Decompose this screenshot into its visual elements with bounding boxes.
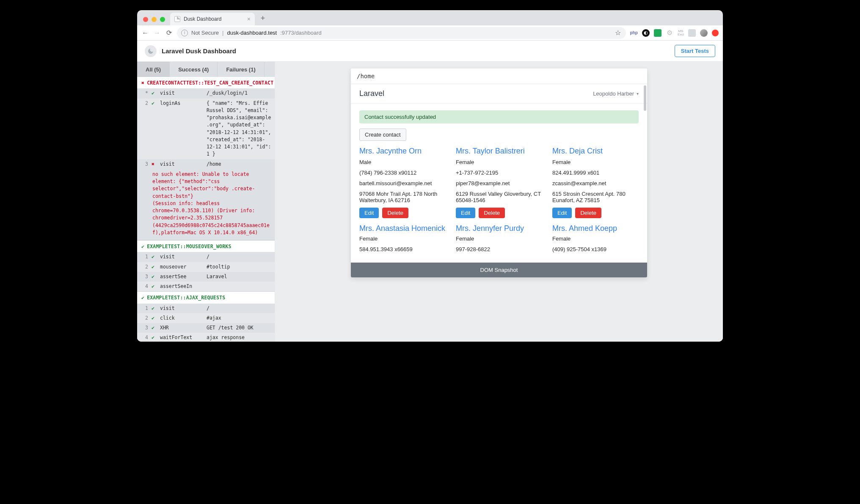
app-page: Laravel Dusk Dashboard Start Tests All (… <box>137 41 723 342</box>
browser-tab[interactable]: Dusk Dashboard × <box>170 13 255 25</box>
tab-strip: Dusk Dashboard × + <box>137 10 723 25</box>
test-step-row[interactable]: 1✔visit/ <box>137 304 275 313</box>
test-step-row[interactable]: 3✔XHRGET /test 200 OK <box>137 323 275 333</box>
site-info-icon[interactable]: i <box>181 30 188 36</box>
test-step-row[interactable]: 2✔mouseover#tooltip <box>137 262 275 272</box>
edit-button[interactable]: Edit <box>552 208 572 218</box>
dom-snapshot-footer[interactable]: DOM Snapshot <box>351 263 647 277</box>
new-tab-button[interactable]: + <box>257 13 268 24</box>
contact-card: Mrs. Ahmed KoeppFemale(409) 925-7504 x13… <box>552 224 639 257</box>
test-header[interactable]: ✖CREATECONTACTTEST::TEST_CAN_CREATE_CONT… <box>137 77 275 88</box>
ext-msexcl-icon[interactable]: MSExcl <box>678 30 684 36</box>
minimize-window-icon[interactable] <box>152 17 157 22</box>
contact-name-link[interactable]: Mrs. Jacynthe Orn <box>359 147 446 156</box>
brand: Laravel Dusk Dashboard <box>145 45 236 57</box>
edit-button[interactable]: Edit <box>456 208 475 218</box>
contact-phone: (784) 796-2338 x90112 <box>359 170 446 176</box>
contact-name-link[interactable]: Mrs. Deja Crist <box>552 147 639 156</box>
user-name: Leopoldo Harber <box>593 90 634 97</box>
forward-icon[interactable]: → <box>153 29 161 37</box>
test-step-row[interactable]: 4✔waitForTextajax response <box>137 333 275 342</box>
contact-phone: 997-928-6822 <box>456 246 542 252</box>
contact-address: 6129 Russel Valley Gloverbury, CT 65048-… <box>456 191 542 203</box>
extensions: php ◐ ⚙ MSExcl <box>630 29 719 37</box>
maximize-window-icon[interactable] <box>160 17 165 22</box>
contact-phone: +1-737-972-2195 <box>456 170 542 176</box>
contact-phone: (409) 925-7504 x1369 <box>552 246 639 252</box>
ext-green-icon[interactable] <box>654 29 662 37</box>
contact-address: 97068 Mohr Trail Apt. 178 North Walterbu… <box>359 191 446 203</box>
contact-phone: 824.491.9999 x601 <box>552 170 639 176</box>
profile-avatar-icon[interactable] <box>700 29 708 37</box>
preview-card: /home Laravel Leopoldo Harber ▾ Contact … <box>351 68 647 277</box>
app-bar: Laravel Dusk Dashboard Start Tests <box>137 41 723 62</box>
moon-icon <box>145 45 157 57</box>
main-pane: /home Laravel Leopoldo Harber ▾ Contact … <box>275 62 723 342</box>
scrollbar-indicator <box>644 85 646 111</box>
preview-brand: Laravel <box>359 89 384 98</box>
star-icon[interactable]: ☆ <box>614 29 622 37</box>
contact-gender: Female <box>359 236 446 242</box>
contact-address: 615 Strosin Crescent Apt. 780 Eunafort, … <box>552 191 639 203</box>
filter-tabs: All (5) Success (4) Failures (1) <box>137 62 275 77</box>
test-step-row[interactable]: 2✔click#ajax <box>137 313 275 323</box>
address-bar[interactable]: i Not Secure | dusk-dashboard.test:9773/… <box>177 27 626 39</box>
contact-name-link[interactable]: Mrs. Anastasia Homenick <box>359 224 446 233</box>
contact-card: Mrs. Jacynthe OrnMale(784) 796-2338 x901… <box>359 147 446 218</box>
tab-all[interactable]: All (5) <box>137 62 170 77</box>
contact-card: Mrs. Deja CristFemale824.491.9999 x601zc… <box>552 147 639 218</box>
url-host: dusk-dashboard.test <box>227 30 277 36</box>
contact-gender: Female <box>456 236 542 242</box>
not-secure-label: Not Secure <box>191 30 219 36</box>
test-header[interactable]: ✔EXAMPLETEST::AJAX_REQUESTS <box>137 292 275 303</box>
chevron-down-icon: ▾ <box>637 91 639 96</box>
app-title: Laravel Dusk Dashboard <box>162 47 236 55</box>
test-step-row[interactable]: 3✖visit/home <box>137 159 275 169</box>
delete-button[interactable]: Delete <box>479 208 505 218</box>
delete-button[interactable]: Delete <box>382 208 408 218</box>
preview-navbar: Laravel Leopoldo Harber ▾ <box>351 84 647 104</box>
test-step-row[interactable]: 4✔assertSeeIn <box>137 282 275 291</box>
ext-adblock-icon[interactable]: ◐ <box>642 29 650 37</box>
test-error: no such element: Unable to locate elemen… <box>137 169 275 240</box>
ext-red-icon[interactable] <box>712 30 719 36</box>
delete-button[interactable]: Delete <box>575 208 601 218</box>
content: All (5) Success (4) Failures (1) ✖CREATE… <box>137 62 723 342</box>
contacts-grid-2: Mrs. Anastasia HomenickFemale584.951.394… <box>359 224 639 257</box>
ext-gear-icon[interactable]: ⚙ <box>666 29 673 37</box>
contact-card: Mrs. Taylor BalistreriFemale+1-737-972-2… <box>456 147 542 218</box>
contact-name-link[interactable]: Mrs. Ahmed Koepp <box>552 224 639 233</box>
contacts-grid: Mrs. Jacynthe OrnMale(784) 796-2338 x901… <box>359 147 639 218</box>
contact-email: piper78@example.net <box>456 180 542 186</box>
page-icon <box>174 16 180 22</box>
tab-failures[interactable]: Failures (1) <box>218 62 264 77</box>
contact-name-link[interactable]: Mrs. Taylor Balistreri <box>456 147 542 156</box>
test-step-row[interactable]: 3✔assertSeeLaravel <box>137 272 275 282</box>
test-step-row[interactable]: 2✔loginAs{ "name": "Mrs. Effie Russel DD… <box>137 99 275 159</box>
close-tab-icon[interactable]: × <box>247 16 251 22</box>
user-menu[interactable]: Leopoldo Harber ▾ <box>593 90 639 97</box>
back-icon[interactable]: ← <box>141 29 149 37</box>
contact-gender: Male <box>359 159 446 165</box>
test-header[interactable]: ✔EXAMPLETEST::MOUSEOVER_WORKS <box>137 241 275 252</box>
window-controls <box>141 17 168 25</box>
test-step-row[interactable]: 1✔visit/ <box>137 252 275 262</box>
contact-card: Mrs. Anastasia HomenickFemale584.951.394… <box>359 224 446 257</box>
tab-success[interactable]: Success (4) <box>170 62 218 77</box>
ext-grey-icon[interactable] <box>688 29 696 37</box>
create-contact-button[interactable]: Create contact <box>359 129 406 141</box>
browser-toolbar: ← → ⟳ i Not Secure | dusk-dashboard.test… <box>137 25 723 41</box>
ext-php-icon[interactable]: php <box>630 30 638 35</box>
edit-button[interactable]: Edit <box>359 208 379 218</box>
close-window-icon[interactable] <box>143 17 148 22</box>
contact-email: zcassin@example.net <box>552 180 639 186</box>
success-alert: Contact successfully updated <box>359 110 639 123</box>
test-list[interactable]: ✖CREATECONTACTTEST::TEST_CAN_CREATE_CONT… <box>137 77 275 342</box>
reload-icon[interactable]: ⟳ <box>165 29 173 37</box>
contact-gender: Female <box>456 159 542 165</box>
contact-name-link[interactable]: Mrs. Jennyfer Purdy <box>456 224 542 233</box>
test-step-row[interactable]: *✔visit/_dusk/login/1 <box>137 88 275 98</box>
start-tests-button[interactable]: Start Tests <box>675 45 715 57</box>
contact-email: bartell.missouri@example.net <box>359 180 446 186</box>
contact-gender: Female <box>552 159 639 165</box>
